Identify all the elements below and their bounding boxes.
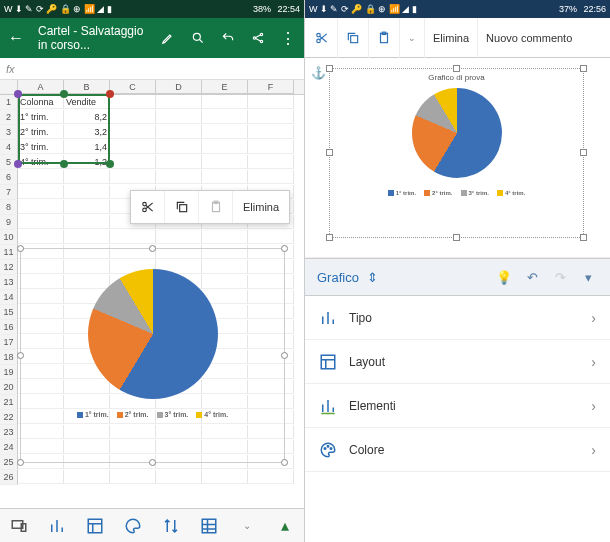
row-header[interactable]: 22 [0,410,18,425]
menu-colore[interactable]: Colore› [305,428,610,472]
cell[interactable]: Colonna [18,95,64,109]
row-header[interactable]: 20 [0,380,18,395]
palette-icon[interactable] [122,515,144,537]
cell[interactable] [202,110,248,124]
cell[interactable] [248,470,294,484]
dropdown-icon[interactable]: ⌄ [236,515,258,537]
expand-icon[interactable]: ▴ [274,515,296,537]
row-header[interactable]: 24 [0,440,18,455]
cell[interactable] [156,125,202,139]
cell[interactable]: 1,4 [64,140,110,154]
cell[interactable] [18,215,64,229]
expand-icon[interactable]: ⇕ [367,270,378,285]
panel-header[interactable]: Grafico ⇕ 💡 ↶ ↷ ▾ [305,258,610,296]
cell[interactable] [18,170,64,184]
redo-icon[interactable]: ↷ [550,270,570,285]
row-header[interactable]: 12 [0,260,18,275]
cell[interactable] [110,110,156,124]
row-header[interactable]: 16 [0,320,18,335]
row-header[interactable]: 13 [0,275,18,290]
copy-button[interactable] [338,18,369,58]
sel-handle[interactable] [14,160,22,168]
cell[interactable] [18,230,64,244]
document-canvas[interactable]: ⚓ Grafico di prova 1° trim. 2° trim. 3° … [305,58,610,258]
cell[interactable] [156,155,202,169]
chart-object[interactable]: Grafico di prova 1° trim. 2° trim. 3° tr… [329,68,584,238]
col-header[interactable]: D [156,80,202,94]
chart-icon[interactable] [46,515,68,537]
cell[interactable] [110,470,156,484]
delete-button[interactable]: Elimina [425,18,478,58]
col-header[interactable]: E [202,80,248,94]
menu-layout[interactable]: Layout› [305,340,610,384]
sel-handle[interactable] [14,90,22,98]
cell[interactable] [110,140,156,154]
col-header[interactable]: A [18,80,64,94]
delete-button[interactable]: Elimina [233,191,289,223]
cell[interactable]: 8,2 [64,110,110,124]
cell[interactable] [248,125,294,139]
cell[interactable] [156,470,202,484]
menu-tipo[interactable]: Tipo› [305,296,610,340]
cut-button[interactable] [131,191,165,223]
cell[interactable] [202,95,248,109]
row-header[interactable]: 3 [0,125,18,140]
cell[interactable] [248,110,294,124]
row-header[interactable]: 6 [0,170,18,185]
switch-icon[interactable] [160,515,182,537]
cell[interactable] [64,230,110,244]
cell[interactable]: 3,2 [64,125,110,139]
new-comment-button[interactable]: Nuovo commento [478,18,580,58]
cell[interactable]: 4° trim. [18,155,64,169]
layout-icon[interactable] [84,515,106,537]
cell[interactable] [202,230,248,244]
row-header[interactable]: 4 [0,140,18,155]
row-header[interactable]: 14 [0,290,18,305]
cell[interactable] [248,230,294,244]
cell[interactable] [156,95,202,109]
cell[interactable] [156,170,202,184]
row-header[interactable]: 18 [0,350,18,365]
sel-handle[interactable] [60,90,68,98]
menu-elementi[interactable]: Elementi› [305,384,610,428]
undo-icon[interactable]: ↶ [522,270,542,285]
row-header[interactable]: 7 [0,185,18,200]
cut-button[interactable] [307,18,338,58]
copy-button[interactable] [165,191,199,223]
formula-bar[interactable]: fx [0,58,304,80]
cell[interactable] [248,140,294,154]
sel-handle[interactable] [106,160,114,168]
cell[interactable] [248,95,294,109]
cell[interactable] [64,200,110,214]
cell[interactable] [110,170,156,184]
cell[interactable]: 1,2 [64,155,110,169]
col-header[interactable]: B [64,80,110,94]
table-icon[interactable] [198,515,220,537]
cell[interactable] [156,140,202,154]
cell[interactable] [202,140,248,154]
cell[interactable] [248,170,294,184]
paste-button[interactable] [369,18,400,58]
pen-icon[interactable] [160,30,176,46]
sel-handle[interactable] [60,160,68,168]
back-icon[interactable]: ← [8,30,24,46]
search-icon[interactable] [190,30,206,46]
cell[interactable] [202,155,248,169]
cell[interactable] [110,155,156,169]
cell[interactable] [18,200,64,214]
row-header[interactable]: 8 [0,200,18,215]
cell[interactable] [64,470,110,484]
device-icon[interactable] [8,515,30,537]
collapse-icon[interactable]: ▾ [578,270,598,285]
cell[interactable] [110,125,156,139]
more-icon[interactable]: ⋮ [280,30,296,46]
cell[interactable]: Vendite [64,95,110,109]
row-header[interactable]: 19 [0,365,18,380]
cell[interactable] [248,155,294,169]
cell[interactable] [202,170,248,184]
row-header[interactable]: 10 [0,230,18,245]
cell[interactable] [202,470,248,484]
cell[interactable] [156,110,202,124]
row-header[interactable]: 23 [0,425,18,440]
cell[interactable] [156,230,202,244]
